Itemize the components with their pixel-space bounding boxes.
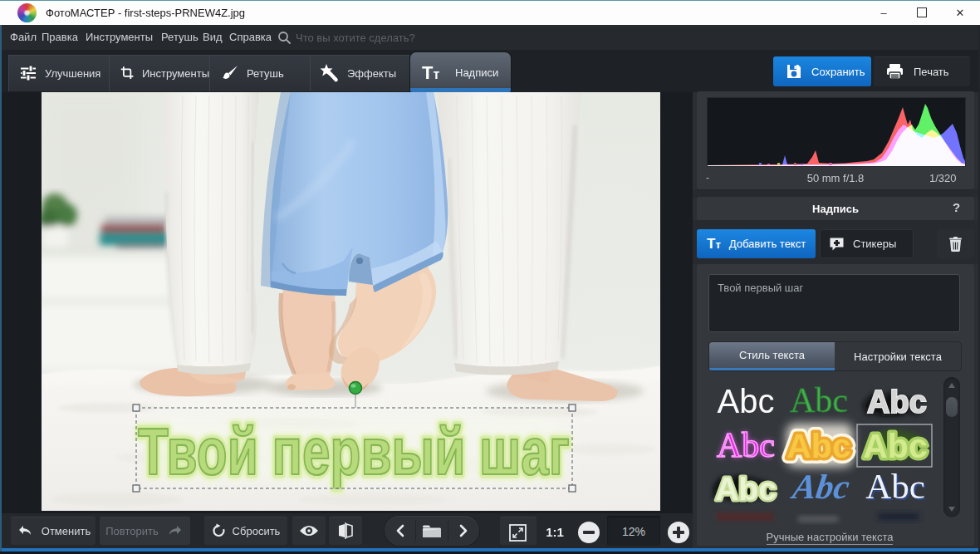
svg-text:Abc: Abc bbox=[715, 471, 777, 507]
svg-text:Твой первый шаг: Твой первый шаг bbox=[138, 414, 570, 488]
svg-text:Abc: Abc bbox=[865, 467, 925, 506]
svg-text:Abc: Abc bbox=[786, 427, 850, 465]
svg-text:Abc: Abc bbox=[717, 426, 775, 464]
svg-text:Abc: Abc bbox=[718, 383, 775, 419]
svg-text:Abc: Abc bbox=[788, 467, 852, 506]
svg-text:Abc: Abc bbox=[867, 385, 927, 419]
svg-text:Abc: Abc bbox=[863, 427, 927, 465]
svg-text:Abc: Abc bbox=[790, 381, 848, 419]
